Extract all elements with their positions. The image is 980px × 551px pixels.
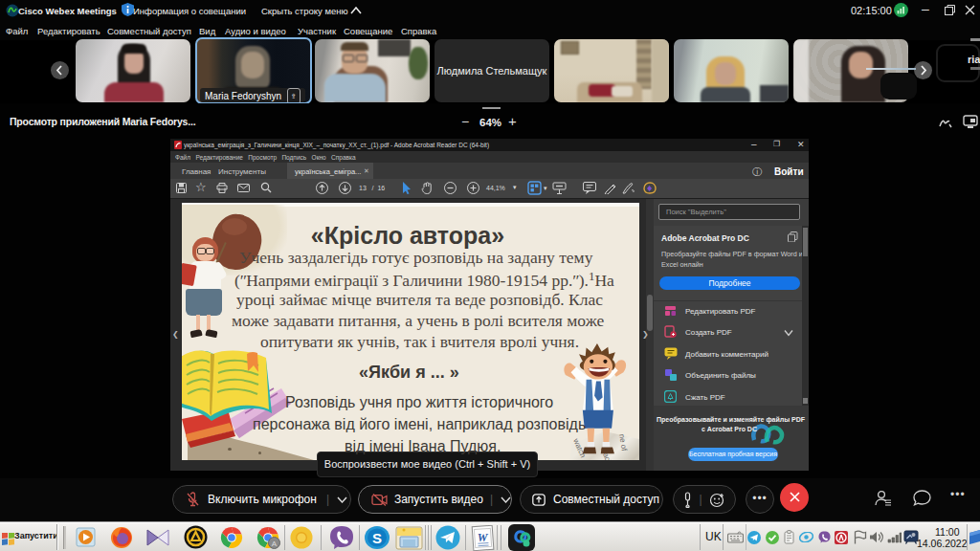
svg-text:S: S bbox=[372, 530, 382, 546]
svg-text:W: W bbox=[478, 531, 489, 544]
svg-text:A: A bbox=[272, 540, 278, 548]
